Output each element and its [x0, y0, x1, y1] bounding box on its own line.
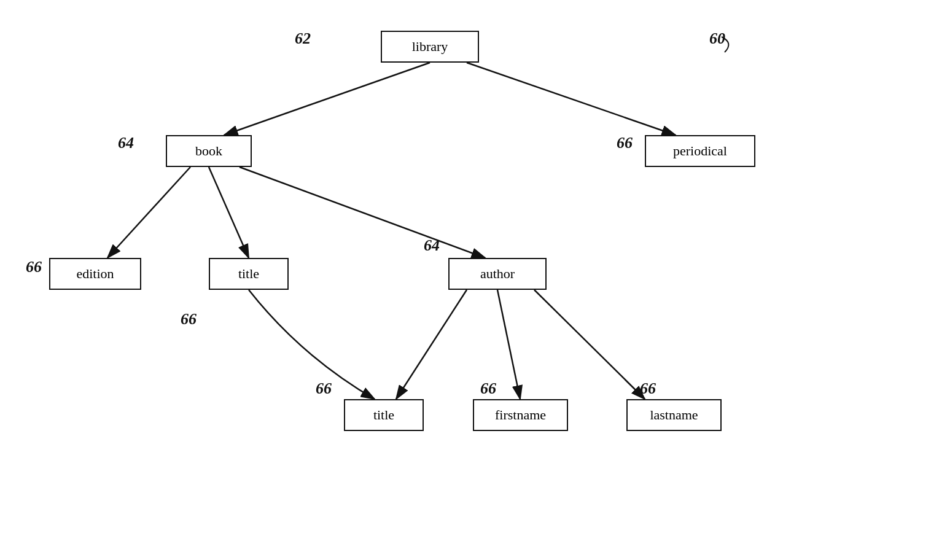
node-title-author: title — [344, 399, 424, 431]
node-periodical-label: periodical — [673, 143, 727, 159]
node-author-label: author — [480, 266, 515, 282]
svg-line-3 — [107, 167, 190, 258]
svg-line-6 — [396, 290, 467, 399]
node-author: author — [448, 258, 547, 290]
svg-line-4 — [209, 167, 249, 258]
node-lastname-label: lastname — [650, 407, 698, 423]
annotation-62: 62 — [295, 29, 311, 48]
svg-line-2 — [467, 63, 676, 135]
annotation-66-title-author: 66 — [316, 379, 332, 398]
node-book: book — [166, 135, 252, 167]
svg-line-1 — [224, 63, 430, 135]
node-library: library — [381, 31, 479, 63]
svg-line-7 — [497, 290, 520, 399]
node-lastname: lastname — [626, 399, 722, 431]
annotation-66-periodical: 66 — [617, 134, 633, 152]
node-book-label: book — [195, 143, 222, 159]
node-library-label: library — [412, 39, 448, 55]
annotation-66-firstname: 66 — [480, 379, 496, 398]
node-edition-label: edition — [76, 266, 114, 282]
node-edition: edition — [49, 258, 141, 290]
node-periodical: periodical — [645, 135, 755, 167]
annotation-64-book: 64 — [118, 134, 134, 152]
annotation-66-title-book: 66 — [181, 310, 197, 329]
annotation-66-edition: 66 — [26, 258, 42, 276]
node-title-author-label: title — [373, 407, 394, 423]
annotation-66-lastname: 66 — [640, 379, 656, 398]
node-title-book-label: title — [238, 266, 259, 282]
annotation-60-curve — [703, 34, 740, 58]
svg-line-5 — [240, 167, 485, 258]
annotation-64-author: 64 — [424, 236, 440, 255]
node-firstname: firstname — [473, 399, 568, 431]
svg-line-8 — [534, 290, 645, 399]
node-title-book: title — [209, 258, 289, 290]
diagram-canvas: library book periodical edition title au… — [0, 0, 931, 560]
node-firstname-label: firstname — [495, 407, 546, 423]
